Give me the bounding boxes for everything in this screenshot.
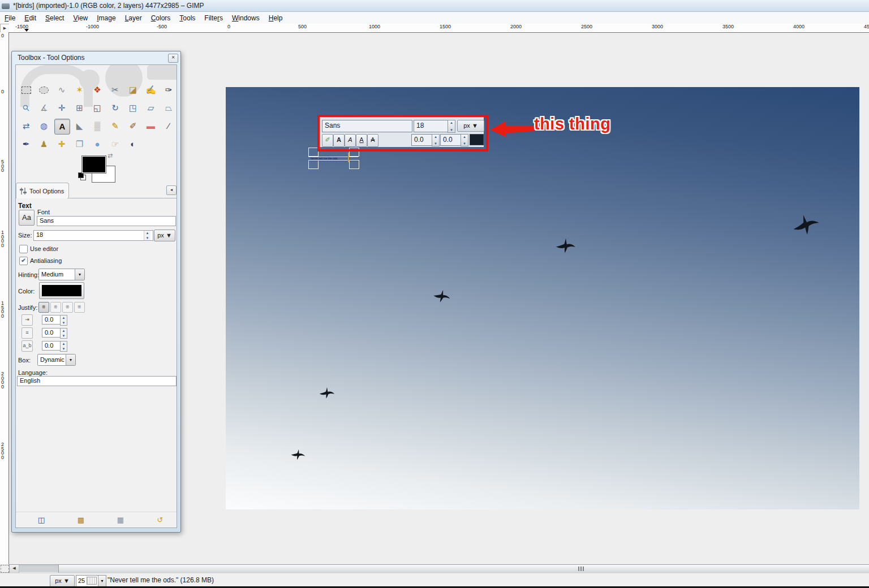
font-preview-button[interactable]: Aa: [19, 210, 35, 226]
menu-help[interactable]: Help: [264, 13, 287, 23]
toolbar-unit-dropdown[interactable]: px ▼: [457, 120, 484, 132]
menu-edit[interactable]: Edit: [20, 13, 41, 23]
free-select-tool[interactable]: ∿: [54, 83, 69, 97]
toolbar-kerning-field[interactable]: 0.0: [440, 134, 462, 146]
vertical-ruler[interactable]: 005 0 01 0 0 01 5 0 02 0 0 02 5 0 0: [0, 32, 9, 564]
scale-tool[interactable]: ◳: [126, 101, 140, 115]
scroll-left-arrow-icon[interactable]: ◀: [9, 564, 19, 573]
align-tool[interactable]: ⊞: [72, 101, 87, 115]
color-picker-tool[interactable]: ✑: [161, 83, 176, 97]
italic-button[interactable]: A: [345, 134, 356, 147]
zoom-level-combo[interactable]: 25 ▼: [76, 575, 106, 587]
spinner-1[interactable]: ▲▼: [60, 328, 67, 339]
toolbox-window[interactable]: Toolbox - Tool Options ✕ ∿✶❖✂◪✍✑⚲∡✛⊞◱↻◳▱…: [11, 51, 181, 533]
select-by-color-tool[interactable]: ❖: [90, 83, 105, 97]
pencil-tool[interactable]: ✎: [108, 119, 123, 133]
spin-input-1[interactable]: 0.0: [42, 328, 61, 338]
menu-select[interactable]: Select: [41, 13, 68, 23]
perspective-tool[interactable]: ⏢: [161, 101, 176, 115]
justify-fill-button[interactable]: ≡: [74, 302, 85, 313]
antialiasing-checkbox[interactable]: ✔: [19, 257, 28, 265]
menu-colors[interactable]: Colors: [147, 13, 175, 23]
flip-tool[interactable]: ⇄: [19, 119, 33, 133]
indent-icon[interactable]: ⇥: [21, 314, 33, 326]
size-spinner[interactable]: ▲▼: [144, 231, 150, 240]
bucket-fill-tool[interactable]: ◣: [72, 119, 87, 133]
title-bar[interactable]: *[birds] (imported)-1.0 (RGB color, 2 la…: [0, 0, 869, 12]
textbox-handle-bottom-left[interactable]: [308, 160, 319, 169]
zoom-dropdown-arrow-icon[interactable]: ▼: [98, 576, 106, 586]
justify-right-button[interactable]: ≡: [50, 302, 61, 313]
foreground-select-tool[interactable]: ◪: [126, 83, 140, 97]
tab-tool-options[interactable]: Tool Options: [16, 183, 69, 198]
cage-transform-tool[interactable]: ◍: [37, 119, 51, 133]
menu-file[interactable]: File: [0, 13, 20, 23]
gradient-tool[interactable]: ▒: [90, 119, 105, 133]
toolbar-baseline-spinner[interactable]: ▲▼: [432, 134, 440, 146]
measure-tool[interactable]: ∡: [37, 101, 51, 115]
save-tool-options-button[interactable]: ◫: [35, 515, 48, 525]
close-icon[interactable]: ✕: [168, 54, 178, 63]
text-tool[interactable]: A: [54, 119, 70, 135]
ellipse-select-tool[interactable]: [37, 83, 51, 97]
justify-left-button[interactable]: ≡: [38, 302, 49, 313]
toolbar-color-swatch[interactable]: [470, 134, 484, 145]
shear-tool[interactable]: ▱: [144, 101, 158, 115]
eraser-tool[interactable]: ▬: [144, 119, 158, 133]
menu-filters[interactable]: Filters: [200, 13, 227, 23]
collapse-panel-button[interactable]: ◂: [166, 185, 177, 195]
statusbar-unit-dropdown[interactable]: px ▼: [50, 575, 75, 587]
toolbar-font-field[interactable]: Sans: [322, 120, 412, 132]
spin-input-0[interactable]: 0.0: [42, 315, 61, 325]
scrollbar-thumb[interactable]: [58, 564, 869, 573]
text-color-button[interactable]: [39, 282, 84, 299]
hinting-dropdown[interactable]: Medium▼: [38, 269, 85, 280]
font-input[interactable]: Sans: [37, 216, 176, 226]
toolbar-size-spinner[interactable]: ▲▼: [448, 120, 455, 133]
swap-colors-icon[interactable]: ⇄: [107, 152, 113, 159]
clone-tool[interactable]: ♟: [37, 137, 51, 152]
size-input[interactable]: 18: [33, 230, 153, 241]
restore-tool-options-button[interactable]: ▩: [75, 515, 87, 525]
rectangle-select-tool[interactable]: [19, 83, 33, 97]
perspective-clone-tool[interactable]: ❐: [72, 137, 87, 152]
dodge-burn-tool[interactable]: ◐: [126, 137, 140, 152]
use-editor-checkbox[interactable]: [19, 245, 28, 253]
delete-tool-options-button[interactable]: ▦: [114, 515, 127, 525]
smudge-tool[interactable]: ☞: [108, 137, 123, 152]
reset-tool-options-button[interactable]: ↺: [154, 515, 166, 525]
clear-style-button[interactable]: ✐: [322, 134, 333, 147]
toolbar-kerning-spinner[interactable]: ▲▼: [461, 134, 468, 146]
fuzzy-select-tool[interactable]: ✶: [72, 83, 87, 97]
underline-button[interactable]: A: [356, 134, 367, 147]
scissors-select-tool[interactable]: ✂: [108, 83, 123, 97]
menu-layer[interactable]: Layer: [121, 13, 147, 23]
crop-tool[interactable]: ◱: [90, 101, 105, 115]
justify-center-button[interactable]: ≡: [62, 302, 73, 313]
language-input[interactable]: English: [17, 376, 177, 386]
horizontal-ruler[interactable]: -1500-1000-50005001000150020002500300035…: [9, 24, 869, 33]
heal-tool[interactable]: ✚: [54, 137, 69, 152]
spin-input-2[interactable]: 0.0: [42, 341, 61, 351]
toolbar-size-field[interactable]: 18: [414, 120, 449, 132]
box-dropdown[interactable]: Dynamic▼: [37, 354, 76, 366]
quick-mask-toggle[interactable]: [1, 565, 9, 573]
spinner-2[interactable]: ▲▼: [60, 341, 67, 352]
foreground-color-swatch[interactable]: [81, 155, 106, 174]
spinner-0[interactable]: ▲▼: [60, 315, 67, 326]
textbox-handle-bottom-right[interactable]: [349, 160, 359, 169]
blur-sharpen-tool[interactable]: ●: [90, 137, 105, 152]
strikethrough-button[interactable]: A: [367, 134, 378, 147]
line-spacing-icon[interactable]: ≡: [21, 327, 33, 339]
size-unit-dropdown[interactable]: px ▼: [154, 230, 175, 241]
menu-image[interactable]: Image: [92, 13, 120, 23]
bold-button[interactable]: A: [333, 134, 345, 147]
menu-windows[interactable]: Windows: [227, 13, 264, 23]
menu-view[interactable]: View: [68, 13, 92, 23]
toolbar-baseline-field[interactable]: 0.0: [411, 134, 433, 146]
move-tool[interactable]: ✛: [54, 101, 69, 115]
horizontal-scrollbar[interactable]: [19, 564, 869, 572]
paintbrush-tool[interactable]: ✐: [126, 119, 140, 133]
ink-tool[interactable]: ✒: [19, 137, 33, 152]
paths-tool[interactable]: ✍: [144, 83, 158, 97]
